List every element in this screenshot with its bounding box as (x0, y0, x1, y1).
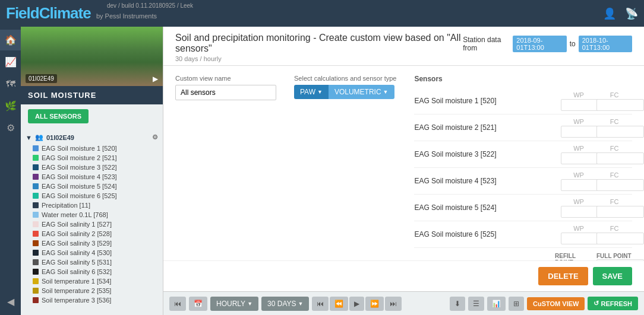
date-to-badge[interactable]: 2018-10-01T13:00 (579, 36, 632, 52)
sidebar-item[interactable]: EAG Soil salinity 2 [528] (21, 229, 163, 238)
fc-label: FC (610, 145, 619, 152)
wp-label: WP (573, 225, 584, 232)
sidebar-item[interactable]: EAG Soil moisture 4 [523] (21, 172, 163, 182)
calc-btn-group: PAW ▼ VOLUMETRIC ▼ (294, 85, 396, 99)
fc-label: FC (610, 118, 619, 125)
nav-prev-big-button[interactable]: ⏪ (330, 297, 348, 311)
paw-button[interactable]: PAW ▼ (294, 85, 329, 99)
full-label: FULL POINT (596, 253, 632, 259)
signal-icon[interactable]: 📡 (625, 7, 638, 20)
sensor-wp-cell: WP (561, 224, 596, 244)
wp-label: WP (573, 198, 584, 205)
sensor-row: EAG Soil moisture 1 [520] WP FC (414, 88, 632, 114)
refill-col: REFILL POINT Refill point (555, 253, 591, 260)
sensor-name: EAG Soil moisture 2 [521] (414, 123, 561, 132)
download-button[interactable]: ⬇ (450, 297, 465, 311)
delete-button[interactable]: DELETE (538, 267, 588, 285)
sidebar-item[interactable]: Water meter 0.1L [768] (21, 210, 163, 219)
grid-view-button[interactable]: ⊞ (509, 297, 524, 311)
save-button[interactable]: SAVE (593, 267, 632, 285)
date-from-badge[interactable]: 2018-09-01T13:00 (513, 36, 566, 52)
all-sensors-button[interactable]: ALL SENSORS (28, 109, 89, 123)
action-row: DELETE SAVE (163, 260, 644, 291)
calendar-button[interactable]: 📅 (189, 297, 207, 311)
sidebar-item-label: EAG Soil moisture 2 [521] (42, 154, 117, 161)
topbar-icons: 👤 📡 (603, 7, 638, 20)
hourly-chevron: ▼ (247, 301, 252, 307)
sidebar-item[interactable]: EAG Soil salinity 3 [529] (21, 238, 163, 248)
color-dot (33, 221, 39, 227)
nav-leaf[interactable]: 🌿 (0, 96, 21, 116)
wp-label: WP (573, 91, 584, 98)
form-area: Custom view name Select calculations and… (163, 66, 644, 260)
fc-label: FC (610, 198, 619, 205)
sidebar-item[interactable]: Soil temperature 3 [536] (21, 295, 163, 305)
left-nav: 🏠 📈 🗺 🌿 ⚙ ◀ (0, 27, 21, 315)
hourly-button[interactable]: HOURLY ▼ (210, 297, 258, 311)
nav-first-button[interactable]: ⏮ (312, 297, 329, 311)
sidebar: 01I02E49 ▶ SOIL MOISTURE ALL SENSORS ▼ 👥… (21, 27, 163, 315)
sidebar-item[interactable]: EAG Soil salinity 5 [531] (21, 257, 163, 267)
sidebar-item[interactable]: EAG Soil salinity 4 [530] (21, 248, 163, 257)
color-dot (33, 212, 39, 218)
sidebar-image-arrow[interactable]: ▶ (153, 75, 158, 83)
sidebar-item[interactable]: EAG Soil moisture 5 [524] (21, 182, 163, 191)
page-title: Soil and precipitation monitoring - Crea… (175, 33, 463, 54)
color-dot (33, 145, 39, 151)
sidebar-item[interactable]: Precipitation [11] (21, 201, 163, 210)
nav-last-button[interactable]: ⏭ (385, 297, 402, 311)
sensor-fc-input[interactable] (596, 233, 644, 244)
tree-station-name: 01I02E49 (46, 134, 74, 141)
tree-group-icon: 👥 (35, 133, 43, 141)
sidebar-item[interactable]: EAG Soil moisture 1 [520] (21, 144, 163, 153)
volumetric-chevron: ▼ (383, 89, 389, 95)
refresh-button[interactable]: ↺ REFRESH (588, 297, 638, 310)
sidebar-tree: ▼ 👥 01I02E49 ⚙ EAG Soil moisture 1 [520]… (21, 128, 163, 315)
nav-chart[interactable]: 📈 (0, 52, 21, 72)
date-to-label: to (570, 40, 576, 48)
sensor-fc-input[interactable] (596, 126, 644, 138)
sensor-fc-input[interactable] (596, 152, 644, 164)
user-icon[interactable]: 👤 (603, 7, 616, 20)
nav-next-button[interactable]: ⏩ (365, 297, 384, 311)
sidebar-item[interactable]: EAG Soil moisture 3 [522] (21, 163, 163, 172)
sensor-name: EAG Soil moisture 1 [520] (414, 97, 561, 105)
sidebar-item[interactable]: Soil temperature 1 [534] (21, 276, 163, 286)
nav-prev-button[interactable]: ▶ (349, 297, 364, 311)
sensor-fc-input[interactable] (596, 99, 644, 111)
custom-view-input[interactable] (175, 85, 276, 100)
refresh-icon: ↺ (594, 300, 599, 307)
nav-home[interactable]: 🏠 (0, 30, 21, 50)
bar-chart-button[interactable]: 📊 (487, 297, 506, 311)
custom-view-button[interactable]: CuSTOM VIEW (527, 297, 585, 310)
nav-collapse[interactable]: ◀ (0, 291, 21, 312)
sensor-fc-cell: FC (596, 171, 632, 191)
sidebar-item[interactable]: EAG Soil moisture 6 [525] (21, 191, 163, 201)
volumetric-button[interactable]: VOLUMETRIC ▼ (329, 85, 394, 99)
sidebar-item-label: EAG Soil moisture 4 [523] (42, 173, 117, 180)
sensor-rows-list: EAG Soil moisture 1 [520] WP FC EAG Soil… (414, 88, 632, 248)
sensor-fc-input[interactable] (596, 179, 644, 191)
sensor-fc-input[interactable] (596, 206, 644, 218)
tree-parent-node[interactable]: ▼ 👥 01I02E49 ⚙ (21, 131, 163, 144)
sidebar-item[interactable]: EAG Soil salinity 6 [532] (21, 267, 163, 276)
nav-group: ⏮ ⏪ ▶ ⏩ ⏭ (312, 297, 402, 311)
fc-label: FC (610, 91, 619, 98)
days-button[interactable]: 30 DAYS ▼ (261, 297, 309, 311)
fc-label: FC (610, 225, 619, 232)
first-page-button[interactable]: ⏮ (169, 297, 186, 311)
sidebar-section-title: SOIL MOISTURE (21, 86, 163, 104)
sensor-fc-cell: FC (596, 117, 632, 138)
days-chevron: ▼ (298, 301, 304, 307)
table-view-button[interactable]: ☰ (468, 297, 484, 311)
sensor-wp-cell: WP (561, 198, 596, 218)
sidebar-item[interactable]: EAG Soil moisture 2 [521] (21, 153, 163, 163)
sensor-row: EAG Soil moisture 6 [525] WP FC (414, 221, 632, 248)
nav-settings[interactable]: ⚙ (0, 117, 21, 138)
sensor-fc-cell: FC (596, 224, 632, 244)
brand-tagline: by Pessl Instruments (96, 12, 157, 20)
nav-map[interactable]: 🗺 (0, 74, 21, 94)
sidebar-item[interactable]: Soil temperature 2 [535] (21, 286, 163, 295)
sidebar-item[interactable]: EAG Soil salinity 1 [527] (21, 219, 163, 229)
gear-icon[interactable]: ⚙ (152, 133, 158, 141)
